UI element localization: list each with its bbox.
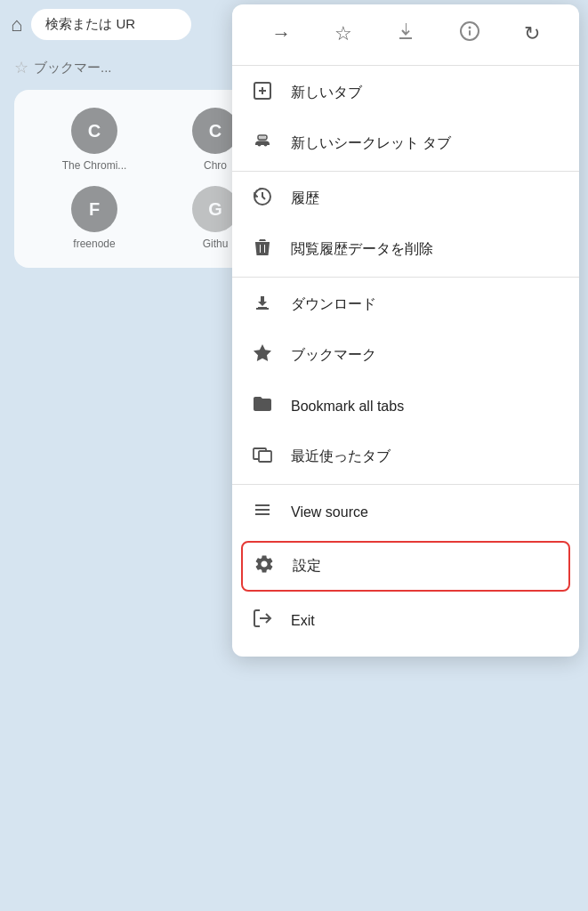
refresh-icon[interactable]: ↻ <box>517 19 547 49</box>
bookmark-this-icon[interactable]: ☆ <box>327 19 359 49</box>
bookmark-folder-icon <box>250 393 275 419</box>
exit-icon <box>250 608 275 633</box>
svg-point-6 <box>258 136 267 142</box>
download-page-icon[interactable] <box>388 18 423 51</box>
menu-item-history[interactable]: 履歴 <box>232 173 579 224</box>
shortcut-label-g: Githu <box>203 238 229 250</box>
new-tab-icon <box>250 80 275 106</box>
shortcut-icon-c1: C <box>71 108 117 154</box>
menu-item-view-source[interactable]: View source <box>232 487 579 537</box>
bookmark-star-icon: ☆ <box>14 58 28 77</box>
downloads-icon <box>250 292 275 318</box>
svg-point-7 <box>258 143 262 147</box>
bookmark-all-label: Bookmark all tabs <box>291 399 404 415</box>
menu-item-settings[interactable]: 設定 <box>241 541 570 592</box>
dropdown-menu: → ☆ ↻ 新しいタブ 新しいシークレット タブ 履歴 <box>232 4 579 657</box>
incognito-label: 新しいシークレット タブ <box>291 134 451 153</box>
star-icon <box>250 343 275 368</box>
divider-3 <box>232 484 579 485</box>
recent-tabs-icon <box>250 444 275 470</box>
recent-tabs-label: 最近使ったタブ <box>291 447 391 466</box>
shortcut-chromium[interactable]: C The Chromi... <box>41 108 148 172</box>
info-icon[interactable] <box>452 17 487 51</box>
history-label: 履歴 <box>291 189 319 208</box>
bookmark-label: ブックマー... <box>34 60 112 77</box>
shortcut-label-c1: The Chromi... <box>62 159 127 172</box>
view-source-label: View source <box>291 504 368 520</box>
settings-label: 設定 <box>293 557 321 576</box>
forward-icon[interactable]: → <box>264 19 298 49</box>
shortcut-icon-f: F <box>71 186 117 232</box>
new-tab-label: 新しいタブ <box>291 84 362 102</box>
menu-item-new-tab[interactable]: 新しいタブ <box>232 68 579 118</box>
shortcut-freenode[interactable]: F freenode <box>41 186 148 250</box>
menu-toolbar: → ☆ ↻ <box>232 4 579 63</box>
shortcut-label-c2: Chro <box>204 159 227 172</box>
exit-label: Exit <box>291 613 315 629</box>
menu-item-exit[interactable]: Exit <box>232 595 579 646</box>
menu-item-recent-tabs[interactable]: 最近使ったタブ <box>232 431 579 482</box>
home-icon[interactable]: ⌂ <box>11 13 22 36</box>
divider-1 <box>232 171 579 172</box>
divider-2 <box>232 277 579 278</box>
menu-item-bookmark-all[interactable]: Bookmark all tabs <box>232 381 579 431</box>
menu-item-downloads[interactable]: ダウンロード <box>232 279 579 330</box>
menu-item-incognito[interactable]: 新しいシークレット タブ <box>232 118 579 169</box>
downloads-label: ダウンロード <box>291 295 376 314</box>
incognito-icon <box>250 131 275 157</box>
svg-point-8 <box>264 143 268 147</box>
trash-icon <box>250 237 275 262</box>
svg-rect-13 <box>259 451 271 462</box>
settings-icon <box>252 553 277 579</box>
bookmarks-label: ブックマーク <box>291 346 376 365</box>
clear-history-label: 閲覧履歴データを削除 <box>291 240 433 259</box>
shortcut-label-f: freenode <box>73 238 115 250</box>
svg-marker-11 <box>254 344 271 361</box>
menu-item-bookmarks[interactable]: ブックマーク <box>232 330 579 381</box>
menu-item-clear-history[interactable]: 閲覧履歴データを削除 <box>232 224 579 275</box>
url-bar[interactable]: 検索または UR <box>31 9 191 40</box>
history-icon <box>250 186 275 212</box>
view-source-icon <box>250 499 275 525</box>
divider-top <box>232 65 579 66</box>
